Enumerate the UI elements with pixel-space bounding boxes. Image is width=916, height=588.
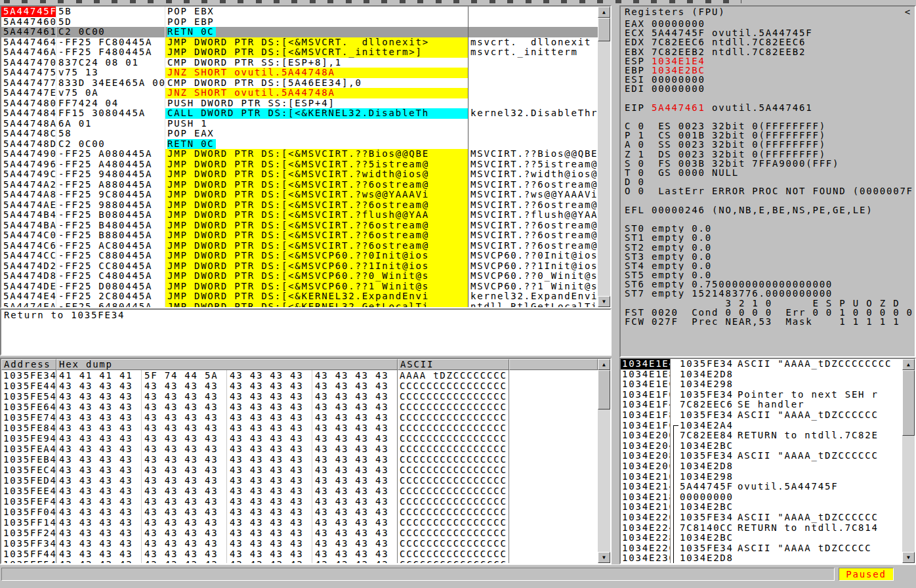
- register-line[interactable]: ST1 empty 0.0: [625, 233, 915, 242]
- dump-row[interactable]: 1035FE74 43 43 43 43 43 43 43 43 43 43 4…: [1, 412, 598, 423]
- disasm-row[interactable]: 5A4474B4 -FF25 B080445A JMP DWORD PTR DS…: [1, 210, 598, 220]
- stack-row[interactable]: 1034E208 1035FE34 ASCII "AAAA_tDZCCCCCC: [621, 451, 902, 461]
- register-line[interactable]: Z 1 DS 0023 32bit 0(FFFFFFFF): [625, 150, 915, 159]
- disasm-row[interactable]: 5A447470 837C24 08 01 CMP DWORD PTR SS:[…: [1, 58, 598, 68]
- dump-row[interactable]: 1035FF04 43 43 43 43 43 43 43 43 43 43 4…: [1, 507, 598, 517]
- register-line[interactable]: ST2 empty 0.0: [625, 243, 915, 252]
- disasm-row[interactable]: 5A4474A8 -FF25 9C80445A JMP DWORD PTR DS…: [1, 190, 598, 200]
- scroll-thumb[interactable]: [598, 18, 610, 41]
- dump-row[interactable]: 1035FE54 43 43 43 43 43 43 43 43 43 43 4…: [1, 391, 598, 402]
- dump-row[interactable]: 1035FE44 43 43 43 43 43 43 43 43 43 43 4…: [1, 381, 598, 391]
- dump-row[interactable]: 1035FEB4 43 43 43 43 43 43 43 43 43 43 4…: [1, 454, 598, 465]
- register-line[interactable]: [625, 215, 915, 224]
- register-line[interactable]: P 1 CS 001B 32bit 0(FFFFFFFF): [625, 131, 915, 140]
- dump-row[interactable]: 1035FEC4 43 43 43 43 43 43 43 43 43 43 4…: [1, 465, 598, 475]
- stack-row[interactable]: 1034E1F4 7C82EEC6 SE handler: [621, 400, 902, 410]
- stack-row[interactable]: 1034E224 7C8140CC RETURN to ntdll.7C814: [621, 523, 902, 534]
- dump-header-address[interactable]: Address: [1, 359, 56, 370]
- dump-row[interactable]: 1035FE94 43 43 43 43 43 43 43 43 43 43 4…: [1, 433, 598, 444]
- scroll-up-icon[interactable]: ▲: [598, 7, 610, 18]
- disasm-row[interactable]: 5A44748A 6A 01 PUSH 1: [1, 119, 598, 129]
- disasm-row[interactable]: 5A4474D8 -FF25 C480445A JMP DWORD PTR DS…: [1, 271, 598, 282]
- disasm-row[interactable]: 5A447460 5D POP EBP: [1, 17, 598, 28]
- register-line[interactable]: FCW 027F Prec NEAR,53 Mask 1 1 1 1 1: [625, 317, 915, 326]
- dump-row[interactable]: 1035FE84 43 43 43 43 43 43 43 43 43 43 4…: [1, 423, 598, 433]
- register-line[interactable]: EDX 7C82EEC6 ntdll.7C82EEC6: [625, 37, 915, 47]
- disasm-row[interactable]: 5A447484 FF15 3080445A CALL DWORD PTR DS…: [1, 108, 598, 119]
- stack-row[interactable]: 1034E1F8 1035FE34 ASCII "AAAA_tDZCCCCCC: [621, 410, 902, 421]
- stack-row[interactable]: 1034E228 1034E2BC: [621, 533, 902, 543]
- register-line[interactable]: O 0 LastErr ERROR_PROC_NOT_FOUND (000000…: [625, 186, 915, 196]
- register-line[interactable]: ST3 empty 0.0: [625, 252, 915, 261]
- dump-row[interactable]: 1035FEE4 43 43 43 43 43 43 43 43 43 43 4…: [1, 486, 598, 496]
- register-line[interactable]: EIP 5A447461 ovutil.5A447461: [625, 103, 915, 112]
- stack-row[interactable]: 1034E214 5A44745F ovutil.5A44745F: [621, 482, 902, 492]
- disasm-row[interactable]: 5A447464 -FF25 FC80445A JMP DWORD PTR DS…: [1, 37, 598, 48]
- stack-row[interactable]: 1034E1F0 1035FE34 Pointer to next SEH r: [621, 390, 902, 400]
- register-line[interactable]: C 0 ES 0023 32bit 0(FFFFFFFF): [625, 121, 915, 131]
- register-line[interactable]: EDI 00000000: [625, 84, 915, 93]
- dump-row[interactable]: 1035FE34 41 41 41 41 5F 74 44 5A 43 43 4…: [1, 370, 598, 381]
- scroll-thumb[interactable]: [902, 370, 915, 436]
- disasm-row[interactable]: 5A4474D2 -FF25 CC80445A JMP DWORD PTR DS…: [1, 261, 598, 272]
- stack-row[interactable]: 1034E210 1034E298: [621, 472, 902, 482]
- disasm-row[interactable]: 5A4474DE -FF25 D080445A JMP DWORD PTR DS…: [1, 282, 598, 292]
- dump-row[interactable]: 1035FF44 43 43 43 43 43 43 43 43 43 43 4…: [1, 549, 598, 559]
- scroll-down-icon[interactable]: ▼: [902, 552, 915, 563]
- disasm-row[interactable]: 5A447480 FF7424 04 PUSH DWORD PTR SS:[ES…: [1, 98, 598, 109]
- stack-row[interactable]: 1034E20C 1034E2D8: [621, 461, 902, 472]
- stack-row[interactable]: 1034E22C 1035FE34 ASCII "AAAA_tDZCCCCC: [621, 543, 902, 554]
- scroll-down-icon[interactable]: ▼: [598, 296, 610, 307]
- disasm-row[interactable]: 5A44746A -FF25 F480445A JMP DWORD PTR DS…: [1, 47, 598, 58]
- disasm-row[interactable]: 5A4474AE -FF25 9880445A JMP DWORD PTR DS…: [1, 200, 598, 211]
- dump-row[interactable]: 1035FED4 43 43 43 43 43 43 43 43 43 43 4…: [1, 475, 598, 486]
- scroll-up-icon[interactable]: ▲: [902, 359, 915, 370]
- dump-row[interactable]: 1035FE64 43 43 43 43 43 43 43 43 43 43 4…: [1, 402, 598, 412]
- stack-row[interactable]: 1034E1FC 1034E2A4: [621, 421, 902, 431]
- disasm-row[interactable]: 5A4474C6 -FF25 AC80445A JMP DWORD PTR DS…: [1, 241, 598, 251]
- scroll-up-icon[interactable]: ▲: [598, 359, 610, 370]
- stack-row[interactable]: 1034E230 1034E2D8: [621, 553, 902, 563]
- register-line[interactable]: ST4 empty 0.0: [625, 261, 915, 270]
- disasm-row[interactable]: 5A4474EA -FF25 6480445A JMP DWORD PTR DS…: [1, 302, 598, 308]
- disasm-row[interactable]: 5A4474C0 -FF25 B880445A JMP DWORD PTR DS…: [1, 230, 598, 241]
- disasm-row[interactable]: 5A44748C 58 POP EAX: [1, 129, 598, 139]
- register-line[interactable]: 3 2 1 0 E S P U O Z D: [625, 299, 915, 308]
- disasm-row[interactable]: 5A4474CC -FF25 C880445A JMP DWORD PTR DS…: [1, 251, 598, 261]
- register-line[interactable]: EBX 7C82EEB2 ntdll.7C82EEB2: [625, 47, 915, 56]
- dump-row[interactable]: 1035FEA4 43 43 43 43 43 43 43 43 43 43 4…: [1, 444, 598, 454]
- stack-row[interactable]: 1034E218 00000000: [621, 492, 902, 503]
- register-line[interactable]: [625, 112, 915, 121]
- stack-row[interactable]: 1034E1E4 1035FE34 ASCII "AAAA_tDZCCCCCCC…: [621, 359, 902, 369]
- disasm-row[interactable]: 5A447496 -FF25 A480445A JMP DWORD PTR DS…: [1, 159, 598, 170]
- disasm-row[interactable]: 5A44747E v75 0A JNZ SHORT ovutil.5A44748…: [1, 88, 598, 98]
- disasm-row[interactable]: 5A44745F 5B POP EBX: [1, 7, 598, 17]
- register-line[interactable]: FST 0020 Cond 0 0 0 0 Err 0 0 1 0 0 0 0 …: [625, 308, 915, 317]
- disasm-row[interactable]: 5A447477 833D 34EE465A 00 CMP DWORD PTR …: [1, 78, 598, 89]
- disasm-scrollbar[interactable]: ▲ ▼: [598, 7, 610, 307]
- register-line[interactable]: S 0 FS 003B 32bit 7FFA9000(FFF): [625, 159, 915, 168]
- register-line[interactable]: ST0 empty 0.0: [625, 224, 915, 233]
- register-line[interactable]: ST7 empty 1521483776.0000000000: [625, 289, 915, 298]
- dump-row[interactable]: 1035FEF4 43 43 43 43 43 43 43 43 43 43 4…: [1, 496, 598, 507]
- disasm-row[interactable]: 5A4474E4 -FF25 2C80445A JMP DWORD PTR DS…: [1, 291, 598, 302]
- stack-row[interactable]: 1034E220 1035FE34 ASCII "AAAA_tDZCCCCCC: [621, 513, 902, 523]
- disasm-row[interactable]: 5A447461 C2 0C00 RETN 0C: [1, 27, 598, 37]
- scroll-thumb[interactable]: [598, 370, 610, 410]
- stack-row[interactable]: 1034E1E8 1034E2D8: [621, 369, 902, 380]
- stack-row[interactable]: 1034E204 1034E2BC: [621, 441, 902, 452]
- register-line[interactable]: [625, 196, 915, 205]
- disasm-row[interactable]: 5A44748D C2 0C00 RETN 0C: [1, 139, 598, 150]
- dump-scrollbar[interactable]: ▲ ▼: [598, 359, 610, 563]
- disasm-row[interactable]: 5A4474BA -FF25 B480445A JMP DWORD PTR DS…: [1, 220, 598, 231]
- disasm-row[interactable]: 5A4474A2 -FF25 A880445A JMP DWORD PTR DS…: [1, 180, 598, 190]
- disasm-row[interactable]: 5A447490 -FF25 A080445A JMP DWORD PTR DS…: [1, 149, 598, 159]
- register-line[interactable]: EFL 00000246 (NO,NB,E,BE,NS,PE,GE,LE): [625, 205, 915, 215]
- register-line[interactable]: ST5 empty 0.0: [625, 270, 915, 280]
- dump-row[interactable]: 1035FF24 43 43 43 43 43 43 43 43 43 43 4…: [1, 528, 598, 538]
- disasm-row[interactable]: 5A447475 v75 13 JNZ SHORT ovutil.5A44748…: [1, 68, 598, 78]
- stack-scrollbar[interactable]: ▲ ▼: [902, 359, 915, 563]
- register-line[interactable]: [625, 94, 915, 103]
- scroll-down-icon[interactable]: ▼: [598, 552, 610, 563]
- dump-row[interactable]: 1035FF54 43 43 43 43 43 43 43 43 43 43 4…: [1, 559, 598, 563]
